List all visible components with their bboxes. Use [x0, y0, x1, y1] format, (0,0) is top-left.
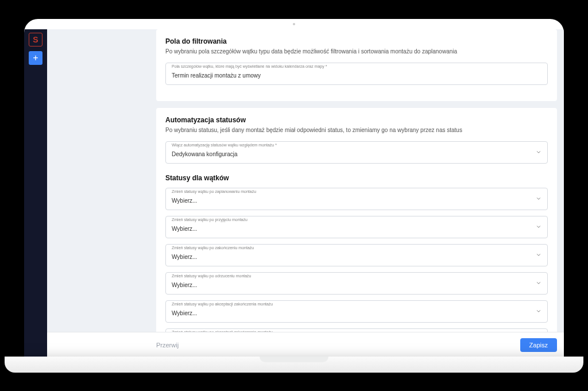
app-screen: S + Pola do filtrowania Po wybraniu pola…	[24, 29, 564, 358]
status-after-reject-select[interactable]: Zmień statusy wątku po odrzuceniu montaż…	[165, 272, 548, 295]
field-value: Wybierz...	[172, 226, 197, 232]
status-after-complete-select[interactable]: Zmień statusy wątku po zakończeniu monta…	[165, 244, 548, 266]
panel-description: Po wybraniu statusu, jeśli dany montaż b…	[165, 126, 548, 134]
enable-automation-select[interactable]: Włącz automatyzację statusów wątku wzglę…	[165, 141, 548, 164]
cancel-button[interactable]: Przerwij	[156, 342, 179, 349]
panel-title: Pola do filtrowania	[165, 37, 548, 45]
save-button[interactable]: Zapisz	[520, 338, 557, 352]
field-label: Zmień statusy wątku po akceptacji zakońc…	[172, 330, 530, 332]
main-column: Pola do filtrowania Po wybraniu pola szc…	[47, 29, 564, 358]
field-value: Termin realizacji montażu z umowy	[172, 72, 261, 79]
laptop-screen-frame: S + Pola do filtrowania Po wybraniu pola…	[24, 19, 564, 358]
field-value: Wybierz...	[172, 254, 197, 260]
chevron-down-icon	[536, 252, 541, 258]
camera-icon	[293, 23, 295, 25]
footer-action-bar: Przerwij Zapisz	[47, 332, 564, 358]
filter-fields-panel: Pola do filtrowania Po wybraniu pola szc…	[156, 29, 557, 101]
field-value: Dedykowana konfiguracja	[172, 151, 238, 157]
chevron-down-icon	[536, 196, 541, 202]
field-value: Wybierz...	[172, 198, 197, 204]
field-label: Zmień statusy wątku po odrzuceniu montaż…	[172, 274, 530, 278]
laptop-notch	[260, 357, 328, 362]
field-label: Zmień statusy wątku po zaplanowaniu mont…	[172, 189, 530, 193]
laptop-mockup: S + Pola do filtrowania Po wybraniu pola…	[5, 19, 583, 373]
scroll-area[interactable]: Pola do filtrowania Po wybraniu pola szc…	[47, 29, 564, 332]
chevron-down-icon	[536, 224, 541, 230]
panel-description: Po wybraniu pola szczegółów wątku typu d…	[165, 48, 548, 56]
bezel-top	[24, 19, 564, 29]
field-label: Zmień statusy wątku po zakończeniu monta…	[172, 246, 530, 250]
field-label: Zmień statusy wątku po akceptacji zakońc…	[172, 302, 530, 306]
chevron-down-icon	[536, 308, 541, 314]
add-button[interactable]: +	[29, 51, 42, 65]
field-label: Zmień statusy wątku po przyjęciu montażu	[172, 218, 530, 222]
field-value: Wybierz...	[172, 310, 197, 316]
status-after-approval-2-select[interactable]: Zmień statusy wątku po akceptacji zakońc…	[165, 328, 548, 332]
app-logo[interactable]: S	[29, 33, 42, 47]
chevron-down-icon	[536, 280, 541, 286]
laptop-base	[5, 357, 583, 373]
field-label: Włącz automatyzację statusów wątku wzglę…	[172, 143, 530, 147]
status-after-approval-select[interactable]: Zmień statusy wątku po akceptacji zakońc…	[165, 300, 548, 323]
status-automation-panel: Automatyzacja statusów Po wybraniu statu…	[156, 108, 557, 332]
field-label: Pola szczegółów wątku, które mają być wy…	[172, 64, 530, 68]
chevron-down-icon	[536, 149, 541, 155]
panel-title: Automatyzacja statusów	[165, 116, 548, 124]
status-after-planning-select[interactable]: Zmień statusy wątku po zaplanowaniu mont…	[165, 188, 548, 210]
thread-statuses-title: Statusy dla wątków	[165, 174, 548, 182]
status-after-accept-select[interactable]: Zmień statusy wątku po przyjęciu montażu…	[165, 216, 548, 238]
field-value: Wybierz...	[172, 282, 197, 288]
sidebar: S +	[24, 29, 47, 358]
filter-date-field-select[interactable]: Pola szczegółów wątku, które mają być wy…	[165, 63, 548, 85]
